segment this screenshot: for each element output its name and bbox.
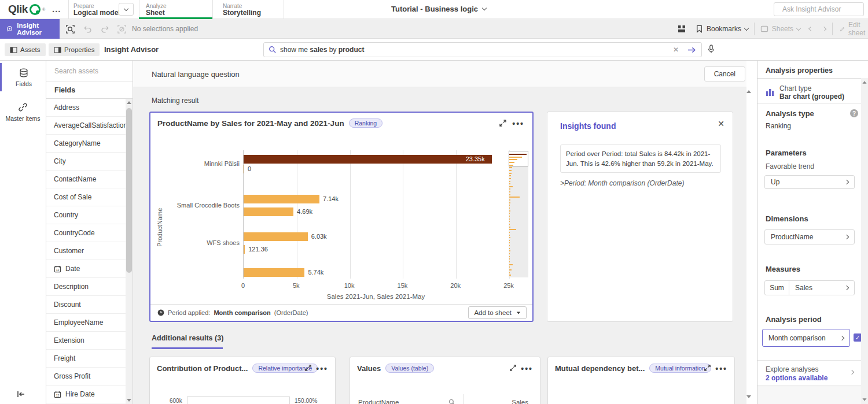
dimension-button[interactable]: ProductName xyxy=(764,229,855,244)
panel-title: Analysis properties xyxy=(766,66,833,75)
table-column-header[interactable]: Sales xyxy=(472,399,528,404)
bar-Sales-2021-May[interactable] xyxy=(244,245,245,254)
submit-arrow-icon[interactable] xyxy=(687,46,697,54)
field-item[interactable]: Cost of Sale xyxy=(46,188,133,206)
smart-search-button[interactable] xyxy=(64,23,76,35)
scroll-up-icon[interactable] xyxy=(862,81,866,84)
tab-prepare[interactable]: Prepare Logical model xyxy=(73,3,120,17)
field-item[interactable]: Gross Profit xyxy=(46,368,133,386)
bar-chart-icon xyxy=(766,87,775,97)
field-item[interactable]: Address xyxy=(46,99,133,117)
matching-result-chart-card[interactable]: ProductName by Sales for 2021-May and 20… xyxy=(149,112,534,322)
field-item[interactable]: Extension xyxy=(46,332,133,350)
edit-sheet-button[interactable]: Edit sheet xyxy=(840,21,868,37)
assets-toggle-button[interactable]: Assets xyxy=(5,43,46,56)
scrollbar-thumb[interactable] xyxy=(126,108,132,273)
field-item[interactable]: EmployeeName xyxy=(46,314,133,332)
expand-chart-button[interactable] xyxy=(509,364,517,372)
explore-analyses-row[interactable]: Explore analyses 2 options available xyxy=(757,360,862,386)
additional-result-card-values[interactable]: Values Values (table) ••• ProductName Sa… xyxy=(350,357,540,404)
clear-input-icon[interactable]: ✕ xyxy=(673,46,679,54)
global-menu-button[interactable]: ... xyxy=(52,4,61,14)
bar-Sales-2021-Jun[interactable] xyxy=(244,195,319,203)
add-to-sheet-button[interactable]: Add to sheet xyxy=(468,306,527,319)
field-item[interactable]: Freight xyxy=(46,350,133,368)
field-item[interactable]: Description xyxy=(46,278,133,296)
tab-analyze[interactable]: Analyze Sheet xyxy=(146,3,167,17)
field-item[interactable]: CountryCode xyxy=(46,224,133,242)
main-scroll-up-icon[interactable] xyxy=(746,90,751,93)
bar-Sales-2021-May[interactable] xyxy=(244,165,244,173)
step-back-button[interactable] xyxy=(81,23,94,35)
nl-question-text[interactable]: show me sales by product xyxy=(280,46,670,54)
field-item[interactable]: City xyxy=(46,153,133,171)
expand-chart-button[interactable] xyxy=(304,364,312,372)
chart-minimap[interactable] xyxy=(509,153,528,277)
bar-Sales-2021-Jun[interactable] xyxy=(244,232,308,241)
voice-input-button[interactable] xyxy=(707,45,715,55)
step-forward-button[interactable] xyxy=(98,23,111,35)
sidebar-item-fields[interactable]: Fields xyxy=(0,63,46,91)
svg-text:12: 12 xyxy=(56,268,60,271)
clear-selections-icon xyxy=(117,24,127,34)
plot-area[interactable]: 23.35k07.14k4.69k6.03k121.365.74k xyxy=(243,150,509,279)
chart-menu-button[interactable]: ••• xyxy=(316,366,328,372)
table-column-header[interactable]: ProductName xyxy=(358,399,399,404)
previous-sheet-button[interactable] xyxy=(809,27,813,31)
insight-advisor-button[interactable]: Insight Advisor xyxy=(0,19,60,39)
favorable-trend-button[interactable]: Up xyxy=(764,175,855,189)
sidebar-item-master-items[interactable]: Master items xyxy=(0,97,46,126)
period-applied-value: Month comparison xyxy=(214,309,270,316)
help-icon[interactable]: ? xyxy=(850,109,858,117)
main-scroll-down-icon[interactable] xyxy=(746,395,751,398)
global-search[interactable] xyxy=(774,2,864,16)
additional-result-card-mutual-dependency[interactable]: Mutual dependency bet... Mutual informat… xyxy=(547,357,735,404)
field-item[interactable]: Country xyxy=(46,206,133,224)
y-axis-tick-label[interactable]: Small Crocodile Boots xyxy=(177,202,240,209)
sheets-button[interactable]: Sheets xyxy=(760,25,800,33)
app-objects-button[interactable] xyxy=(677,24,686,34)
bookmarks-button[interactable]: Bookmarks xyxy=(696,25,748,33)
nl-question-searchbar[interactable]: show me sales by product ✕ xyxy=(263,42,702,57)
prepare-dropdown-button[interactable] xyxy=(119,3,134,16)
chart-menu-button[interactable]: ••• xyxy=(512,121,524,127)
measure-aggregation[interactable]: Sum xyxy=(765,281,789,295)
field-item[interactable]: AverageCallSatisfaction xyxy=(46,117,133,135)
y-axis-tick-label[interactable]: Minnki Pälsii xyxy=(204,160,240,167)
scroll-up-icon[interactable] xyxy=(127,101,131,104)
field-item[interactable]: Discount xyxy=(46,296,133,314)
clear-selections-button[interactable] xyxy=(115,23,128,35)
chart-menu-button[interactable]: ••• xyxy=(715,366,727,372)
ask-insight-advisor-input[interactable] xyxy=(782,5,868,13)
field-item[interactable]: CategoryName xyxy=(46,135,133,153)
analysis-period-checkbox[interactable]: ✓ xyxy=(854,333,862,342)
properties-toggle-button[interactable]: Properties xyxy=(49,43,100,56)
additional-result-card-contribution[interactable]: Contribution of Product... Relative impo… xyxy=(149,357,336,404)
measure-button[interactable]: Sum Sales xyxy=(764,280,855,295)
search-assets-input[interactable]: Search assets xyxy=(46,61,133,81)
analysis-period-button[interactable]: Month comparison xyxy=(762,329,850,347)
expand-chart-button[interactable] xyxy=(499,119,507,127)
cancel-button[interactable]: Cancel xyxy=(704,66,745,81)
field-item[interactable]: 12Hire Date xyxy=(46,386,133,403)
tab-additional-results[interactable]: Additional results (3) xyxy=(152,334,223,342)
tab-narrate[interactable]: Narrate Storytelling xyxy=(223,3,261,17)
field-item[interactable]: ContactName xyxy=(46,171,133,188)
column-search-icon[interactable] xyxy=(448,399,455,404)
app-title-menu[interactable]: Tutorial - Business logic xyxy=(391,5,486,13)
expand-chart-button[interactable] xyxy=(704,364,711,372)
bar-Sales-2021-Jun[interactable] xyxy=(244,268,304,277)
field-list-scrollbar[interactable] xyxy=(126,99,133,404)
close-icon[interactable]: ✕ xyxy=(718,119,724,128)
field-item[interactable]: 12Date xyxy=(46,260,133,278)
chart-menu-button[interactable]: ••• xyxy=(521,366,533,372)
field-item[interactable]: Customer xyxy=(46,242,133,260)
y-axis-tick-label[interactable]: WFS shoes xyxy=(207,239,240,246)
properties-scrollbar[interactable] xyxy=(861,78,868,404)
bar-Sales-2021-Jun[interactable] xyxy=(244,155,492,164)
scroll-down-icon[interactable] xyxy=(127,399,131,402)
bar-Sales-2021-May[interactable] xyxy=(244,207,293,216)
scroll-down-icon[interactable] xyxy=(862,398,866,401)
collapse-panel-button[interactable] xyxy=(16,390,25,398)
next-sheet-button[interactable] xyxy=(822,27,826,31)
